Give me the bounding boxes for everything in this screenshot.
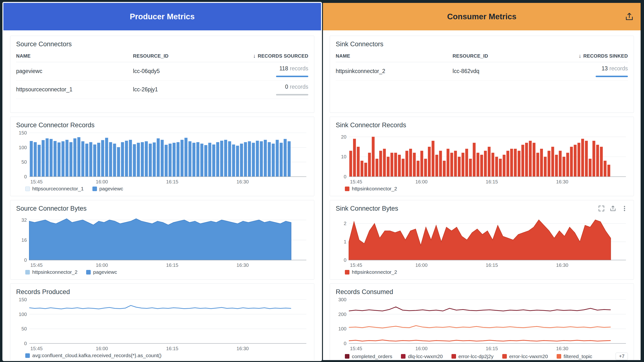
sink-connector-records-chart[interactable]: 0102015:4516:0016:1516:30 xyxy=(336,129,628,185)
sort-descending-icon: ↓ xyxy=(253,53,256,59)
svg-text:200: 200 xyxy=(338,312,346,317)
table-row[interactable]: httpsourceconnector_1 lcc-26pjy1 0record… xyxy=(16,81,308,99)
legend-label: dlq-lcc-vwxm20 xyxy=(408,353,443,359)
records-count: 13 xyxy=(602,65,608,72)
legend-item[interactable]: pageviewc xyxy=(92,186,123,192)
records-unit: records xyxy=(609,65,628,72)
source-connectors-title: Source Connectors xyxy=(16,40,308,49)
chart-legend: httpsinkconnector_2 xyxy=(336,186,628,192)
svg-text:16:30: 16:30 xyxy=(236,262,249,268)
records-value: 118records xyxy=(280,65,308,72)
legend-label: httpsinkconnector_2 xyxy=(352,269,397,275)
svg-text:16:15: 16:15 xyxy=(486,346,498,351)
svg-text:16:30: 16:30 xyxy=(556,346,568,351)
legend-more-badge[interactable]: +7 xyxy=(616,352,628,360)
legend-swatch xyxy=(25,187,30,191)
svg-text:100: 100 xyxy=(338,326,346,331)
legend-item[interactable]: error-lcc-dp2j2y xyxy=(452,353,494,359)
sink-connectors-widget: Sink Connectors NAME RESOURCE_ID ↓ RECOR… xyxy=(330,36,634,113)
records-bar xyxy=(276,76,308,77)
sink-connector-bytes-title: Sink Connector Bytes xyxy=(336,204,398,213)
producer-panel-title: Producer Metrics xyxy=(130,12,195,21)
svg-text:15:45: 15:45 xyxy=(30,179,42,184)
svg-text:15:45: 15:45 xyxy=(30,262,42,268)
sink-connector-records-widget: Sink Connector Records 0102015:4516:0016… xyxy=(330,117,634,196)
svg-text:32: 32 xyxy=(22,217,27,223)
records-bar xyxy=(596,76,628,77)
records-produced-widget: Records Produced 05010015015:4516:0016:1… xyxy=(10,283,314,360)
legend-item[interactable]: httpsinkconnector_2 xyxy=(345,269,397,275)
svg-text:0: 0 xyxy=(344,257,346,263)
fullscreen-icon[interactable] xyxy=(598,205,605,212)
legend-item[interactable]: avg:confluent_cloud.kafka.received_recor… xyxy=(25,352,162,358)
svg-text:0: 0 xyxy=(344,174,346,179)
svg-text:50: 50 xyxy=(22,326,27,331)
legend-swatch xyxy=(86,270,91,275)
sink-connector-bytes-widget: Sink Connector Bytes 01215:4516:0016:1 xyxy=(330,200,634,280)
column-header-records-sinked[interactable]: ↓ RECORDS SINKED xyxy=(560,53,628,59)
svg-text:15:45: 15:45 xyxy=(350,262,362,268)
legend-label: httpsinkconnector_2 xyxy=(352,186,397,192)
svg-text:16:00: 16:00 xyxy=(416,179,428,184)
cell-records: 13records xyxy=(560,65,628,77)
chart-legend: httpsinkconnector_2pageviewc xyxy=(16,269,308,275)
column-header-name[interactable]: NAME xyxy=(336,53,453,59)
producer-metrics-panel: Producer Metrics Source Connectors NAME … xyxy=(3,3,321,360)
records-count: 118 xyxy=(280,65,288,72)
sink-connectors-title: Sink Connectors xyxy=(336,40,628,49)
legend-item[interactable]: httpsourceconnector_1 xyxy=(25,186,84,192)
cell-name: httpsourceconnector_1 xyxy=(16,86,133,93)
legend-swatch xyxy=(452,354,456,359)
cell-resource-id: lcc-06qdy5 xyxy=(133,68,241,74)
legend-item[interactable]: httpsinkconnector_2 xyxy=(25,269,78,275)
svg-text:16:00: 16:00 xyxy=(416,346,428,351)
legend-swatch xyxy=(557,354,561,359)
legend-swatch xyxy=(345,187,350,191)
svg-text:16:00: 16:00 xyxy=(96,262,108,268)
source-connector-records-chart[interactable]: 05010015015:4516:0016:1516:30 xyxy=(16,129,308,185)
legend-label: pageviewc xyxy=(93,269,117,275)
sink-connector-bytes-chart[interactable]: 01215:4516:0016:1516:30 xyxy=(336,213,628,269)
consumer-panel-header[interactable]: Consumer Metrics xyxy=(323,3,641,30)
legend-item[interactable]: pageviewc xyxy=(86,269,117,275)
legend-item[interactable]: filtered_topic xyxy=(557,353,592,359)
legend-label: error-lcc-vwxm20 xyxy=(509,353,548,359)
records-consumed-chart[interactable]: 010020030015:4516:0016:1516:30 xyxy=(336,296,628,352)
legend-item[interactable]: httpsinkconnector_2 xyxy=(345,186,397,192)
table-row[interactable]: httpsinkconnector_2 lcc-862vdq 13records xyxy=(336,62,628,81)
svg-text:150: 150 xyxy=(19,297,27,302)
column-header-resource-id[interactable]: RESOURCE_ID xyxy=(133,53,241,59)
source-connector-bytes-chart[interactable]: 0163215:4516:0016:1516:30 xyxy=(16,213,308,269)
export-icon[interactable] xyxy=(610,205,616,212)
cell-name: httpsinkconnector_2 xyxy=(336,68,453,74)
legend-item[interactable]: dlq-lcc-vwxm20 xyxy=(401,353,443,359)
column-header-resource-id[interactable]: RESOURCE_ID xyxy=(453,53,560,59)
producer-panel-header[interactable]: Producer Metrics xyxy=(3,3,321,30)
table-row[interactable]: pageviewc lcc-06qdy5 118records xyxy=(16,62,308,81)
svg-text:1: 1 xyxy=(344,239,346,244)
cell-name: pageviewc xyxy=(16,68,133,74)
svg-text:15:45: 15:45 xyxy=(350,346,362,351)
records-unit: records xyxy=(290,84,308,90)
svg-text:16:30: 16:30 xyxy=(556,262,568,268)
sort-descending-icon: ↓ xyxy=(578,53,581,59)
records-produced-chart[interactable]: 05010015015:4516:0016:1516:30 xyxy=(16,296,308,352)
svg-text:16:00: 16:00 xyxy=(96,346,108,351)
svg-text:100: 100 xyxy=(19,312,27,317)
column-header-name[interactable]: NAME xyxy=(16,53,133,59)
svg-text:16:00: 16:00 xyxy=(96,179,108,184)
dashboard: Producer Metrics Source Connectors NAME … xyxy=(3,3,641,360)
legend-swatch xyxy=(345,270,350,275)
producer-panel-body: Source Connectors NAME RESOURCE_ID ↓ REC… xyxy=(3,30,321,360)
export-icon[interactable] xyxy=(625,12,634,21)
column-header-records-sourced[interactable]: ↓ RECORDS SOURCED xyxy=(241,53,308,59)
svg-text:10: 10 xyxy=(341,154,346,159)
source-connector-records-title: Source Connector Records xyxy=(16,121,94,129)
chart-legend: httpsourceconnector_1pageviewc xyxy=(16,186,308,192)
svg-text:16:30: 16:30 xyxy=(236,179,249,184)
legend-item[interactable]: error-lcc-vwxm20 xyxy=(502,353,548,359)
svg-text:0: 0 xyxy=(24,174,27,179)
kebab-menu-icon[interactable] xyxy=(621,205,628,212)
consumer-panel-body: Sink Connectors NAME RESOURCE_ID ↓ RECOR… xyxy=(323,30,641,360)
legend-item[interactable]: completed_orders xyxy=(345,353,392,359)
